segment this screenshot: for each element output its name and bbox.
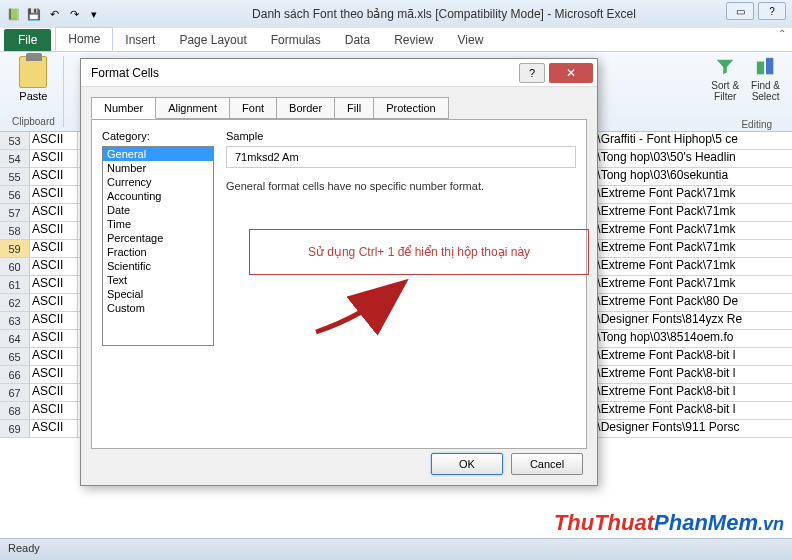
row-header[interactable]: 61 — [0, 276, 30, 293]
category-option[interactable]: Accounting — [103, 189, 213, 203]
category-option[interactable]: Text — [103, 273, 213, 287]
cell[interactable]: I\Extreme Font Pack\71mk — [592, 276, 792, 290]
category-option[interactable]: Number — [103, 161, 213, 175]
row-header[interactable]: 57 — [0, 204, 30, 221]
cell[interactable]: I\Extreme Font Pack\71mk — [592, 240, 792, 254]
row-header[interactable]: 65 — [0, 348, 30, 365]
cell[interactable]: I\Extreme Font Pack\71mk — [592, 222, 792, 236]
cell[interactable]: ASCII — [30, 348, 78, 365]
cell[interactable]: ASCII — [30, 312, 78, 329]
excel-icon: 📗 — [6, 6, 22, 22]
category-option[interactable]: Scientific — [103, 259, 213, 273]
row-header[interactable]: 69 — [0, 420, 30, 437]
cell[interactable]: I\Designer Fonts\911 Porsc — [592, 420, 792, 434]
row-header[interactable]: 59 — [0, 240, 30, 257]
undo-icon[interactable]: ↶ — [46, 6, 62, 22]
row-header[interactable]: 56 — [0, 186, 30, 203]
cell[interactable]: I\Extreme Font Pack\8-bit l — [592, 384, 792, 398]
svg-rect-0 — [756, 62, 763, 75]
category-option[interactable]: Percentage — [103, 231, 213, 245]
row-header[interactable]: 54 — [0, 150, 30, 167]
dialog-tab-fill[interactable]: Fill — [334, 97, 374, 119]
row-header[interactable]: 68 — [0, 402, 30, 419]
cell[interactable]: I\Tong hop\03\50's Headlin — [592, 150, 792, 164]
cell[interactable]: I\Extreme Font Pack\71mk — [592, 204, 792, 218]
dialog-tab-alignment[interactable]: Alignment — [155, 97, 230, 119]
cell[interactable]: ASCII — [30, 204, 78, 221]
minimize-ribbon-icon[interactable]: ▭ — [726, 2, 754, 20]
cell[interactable]: ASCII — [30, 150, 78, 167]
row-header[interactable]: 64 — [0, 330, 30, 347]
redo-icon[interactable]: ↷ — [66, 6, 82, 22]
cancel-button[interactable]: Cancel — [511, 453, 583, 475]
paste-label: Paste — [19, 90, 47, 102]
cell[interactable]: I\Extreme Font Pack\8-bit l — [592, 402, 792, 416]
cell[interactable]: ASCII — [30, 330, 78, 347]
find-select-button[interactable]: Find & Select — [751, 56, 780, 127]
row-header[interactable]: 58 — [0, 222, 30, 239]
dialog-tab-border[interactable]: Border — [276, 97, 335, 119]
help-icon[interactable]: ? — [758, 2, 786, 20]
dialog-help-button[interactable]: ? — [519, 63, 545, 83]
category-option[interactable]: Time — [103, 217, 213, 231]
cell[interactable]: ASCII — [30, 132, 78, 149]
ok-button[interactable]: OK — [431, 453, 503, 475]
row-header[interactable]: 53 — [0, 132, 30, 149]
cell[interactable]: ASCII — [30, 186, 78, 203]
cell[interactable]: I\Graffiti - Font Hiphop\5 ce — [592, 132, 792, 146]
cell[interactable]: I\Extreme Font Pack\80 De — [592, 294, 792, 308]
row-header[interactable]: 55 — [0, 168, 30, 185]
watermark: ThuThuatPhanMem.vn — [554, 510, 784, 536]
category-option[interactable]: Custom — [103, 301, 213, 315]
row-header[interactable]: 66 — [0, 366, 30, 383]
save-icon[interactable]: 💾 — [26, 6, 42, 22]
cell[interactable]: I\Extreme Font Pack\71mk — [592, 258, 792, 272]
row-header[interactable]: 60 — [0, 258, 30, 275]
dialog-tab-protection[interactable]: Protection — [373, 97, 449, 119]
tab-home[interactable]: Home — [55, 27, 113, 51]
dialog-titlebar[interactable]: Format Cells ? ✕ — [81, 59, 597, 87]
dialog-tab-number[interactable]: Number — [91, 97, 156, 119]
tab-review[interactable]: Review — [382, 29, 445, 51]
tab-insert[interactable]: Insert — [113, 29, 167, 51]
file-tab[interactable]: File — [4, 29, 51, 51]
dialog-tab-font[interactable]: Font — [229, 97, 277, 119]
find-select-icon — [755, 56, 777, 78]
cell[interactable]: ASCII — [30, 402, 78, 419]
qat-dropdown-icon[interactable]: ▾ — [86, 6, 102, 22]
cell[interactable]: ASCII — [30, 366, 78, 383]
cell[interactable]: ASCII — [30, 168, 78, 185]
row-header[interactable]: 63 — [0, 312, 30, 329]
category-option[interactable]: Fraction — [103, 245, 213, 259]
cell[interactable]: I\Extreme Font Pack\8-bit l — [592, 348, 792, 362]
cell[interactable]: I\Extreme Font Pack\8-bit l — [592, 366, 792, 380]
cell[interactable]: I\Tong hop\03\8514oem.fo — [592, 330, 792, 344]
cell[interactable]: I\Tong hop\03\60sekuntia — [592, 168, 792, 182]
tab-page-layout[interactable]: Page Layout — [167, 29, 258, 51]
cell[interactable]: ASCII — [30, 420, 78, 437]
ribbon-collapse-icon[interactable]: ⌃ — [778, 28, 792, 39]
category-option[interactable]: Date — [103, 203, 213, 217]
cell[interactable]: I\Designer Fonts\814yzx Re — [592, 312, 792, 326]
category-list[interactable]: GeneralNumberCurrencyAccountingDateTimeP… — [102, 146, 214, 346]
cell[interactable]: ASCII — [30, 384, 78, 401]
tab-formulas[interactable]: Formulas — [259, 29, 333, 51]
paste-button[interactable]: Paste — [12, 56, 55, 102]
category-option[interactable]: Special — [103, 287, 213, 301]
sort-filter-label: Sort & Filter — [711, 80, 739, 102]
row-header[interactable]: 62 — [0, 294, 30, 311]
cell[interactable]: ASCII — [30, 258, 78, 275]
cell[interactable]: ASCII — [30, 294, 78, 311]
paste-icon — [19, 56, 47, 88]
tab-view[interactable]: View — [446, 29, 496, 51]
category-option[interactable]: Currency — [103, 175, 213, 189]
cell[interactable]: ASCII — [30, 240, 78, 257]
row-header[interactable]: 67 — [0, 384, 30, 401]
category-option[interactable]: General — [103, 147, 213, 161]
sort-filter-button[interactable]: Sort & Filter — [711, 56, 739, 127]
tab-data[interactable]: Data — [333, 29, 382, 51]
dialog-close-button[interactable]: ✕ — [549, 63, 593, 83]
cell[interactable]: ASCII — [30, 276, 78, 293]
cell[interactable]: ASCII — [30, 222, 78, 239]
cell[interactable]: I\Extreme Font Pack\71mk — [592, 186, 792, 200]
